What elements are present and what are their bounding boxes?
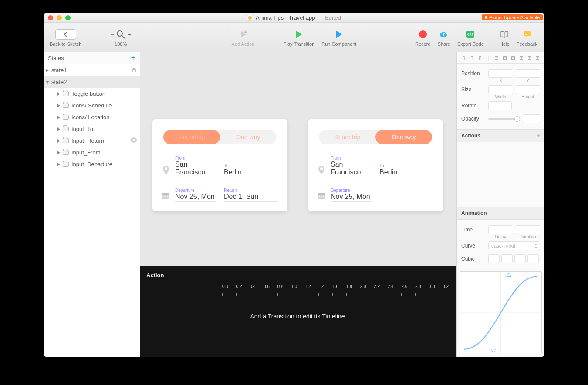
alignment-controls: ▯ ▯ ▯ | ⊟ ⊟ ⊟ ⊞ ⊞ ⊞ [457, 52, 544, 64]
departure-field[interactable]: Departure Nov 25, Mon [331, 188, 372, 202]
timeline-ruler[interactable]: 0.00.20.40.60.81.01.21.41.61.82.02.22.42… [222, 284, 456, 295]
rotate-input[interactable] [488, 101, 512, 110]
x-sublabel: X [488, 78, 513, 83]
folder-icon [63, 103, 69, 108]
state-row-state1[interactable]: state1 [44, 64, 140, 76]
from-field[interactable]: From San Francisco [175, 156, 216, 177]
disclosure-icon[interactable] [57, 151, 60, 154]
record-button[interactable]: Record [412, 28, 434, 47]
align-top-icon[interactable]: ⊟ [493, 55, 500, 61]
share-button[interactable]: Share [434, 28, 454, 47]
layer-row[interactable]: Icons/ Location [44, 111, 140, 123]
toggle-oneway[interactable]: One way [220, 130, 277, 144]
layer-row[interactable]: Input_To [44, 123, 140, 135]
disclosure-icon[interactable] [57, 104, 60, 107]
disclosure-icon[interactable] [46, 69, 49, 72]
animation-header-label: Animation [461, 210, 487, 216]
align-bottom-icon[interactable]: ⊟ [510, 55, 517, 61]
opacity-input[interactable] [523, 114, 540, 123]
state1-label: state1 [51, 67, 67, 74]
states-header: States + [44, 52, 140, 64]
align-center-h-icon[interactable]: ▯ [468, 55, 475, 61]
artboard-state1[interactable]: Roundtrip One way From San Francisco [152, 119, 287, 211]
departure-field[interactable]: Departure Nov 25, Mon [175, 188, 216, 202]
height-sublabel: Height [516, 94, 541, 99]
add-state-button[interactable]: + [131, 54, 135, 63]
toggle-oneway[interactable]: One way [375, 130, 432, 144]
chevron-updown-icon: ▴▾ [535, 242, 537, 249]
opacity-label: Opacity [461, 116, 486, 122]
tick: 1.0 [291, 284, 305, 295]
delay-sublabel: Delay [488, 234, 513, 239]
run-component-button[interactable]: Run Component [318, 28, 360, 47]
return-value: Dec 1, Sun [224, 193, 278, 201]
width-input[interactable] [488, 85, 513, 94]
calendar-icon [162, 192, 171, 201]
layer-row[interactable]: Input_Departure [44, 158, 140, 170]
to-field[interactable]: To Berlin [224, 164, 278, 177]
tick: 2.4 [388, 284, 402, 295]
disclosure-icon[interactable] [57, 139, 60, 143]
visibility-icon[interactable] [130, 137, 137, 144]
disclosure-icon[interactable] [57, 92, 60, 96]
folder-icon [63, 115, 69, 120]
play-transition-button[interactable]: Play Transition [280, 28, 318, 47]
slider-thumb[interactable] [514, 116, 520, 122]
state-row-state2[interactable]: state2 [44, 76, 140, 88]
distribute-v-icon[interactable]: ⊞ [526, 55, 533, 61]
position-y-input[interactable] [516, 69, 541, 78]
svg-rect-16 [318, 193, 325, 195]
animation-section-header: Animation [457, 207, 544, 220]
to-label: To [379, 164, 433, 168]
curve-select[interactable]: ease-in-out ▴▾ [488, 241, 540, 250]
toggle-roundtrip[interactable]: Roundtrip [319, 130, 375, 144]
height-input[interactable] [516, 85, 541, 94]
distribute-icon[interactable]: ⊞ [534, 55, 541, 61]
position-x-input[interactable] [488, 69, 513, 78]
plugin-update-badge[interactable]: Plugin Update Available [482, 14, 543, 20]
cubic-y2-input[interactable] [527, 254, 539, 263]
opacity-slider[interactable] [488, 118, 520, 120]
run-component-label: Run Component [321, 41, 356, 47]
toggle-roundtrip[interactable]: Roundtrip [163, 130, 220, 144]
home-icon[interactable] [131, 67, 137, 74]
layer-row[interactable]: Input_Return [44, 135, 140, 147]
cubic-x1-input[interactable] [488, 254, 500, 263]
layer-label: Input_Return [71, 137, 104, 144]
canvas[interactable]: Roundtrip One way From San Francisco [140, 52, 456, 266]
disclosure-icon[interactable] [57, 116, 60, 119]
edited-suffix: — Edited [318, 14, 341, 21]
layer-label: Input_To [71, 126, 93, 132]
svg-point-14 [320, 167, 323, 170]
return-field[interactable]: Return Dec 1, Sun [224, 188, 278, 202]
trip-toggle[interactable]: Roundtrip One way [163, 130, 277, 144]
help-button[interactable]: Help [496, 28, 513, 47]
duration-input[interactable] [516, 225, 541, 234]
disclosure-icon[interactable] [46, 81, 49, 84]
align-left-icon[interactable]: ▯ [460, 55, 467, 61]
export-code-button[interactable]: Export Code [454, 28, 487, 47]
disclosure-icon[interactable] [57, 163, 60, 166]
add-action-icon[interactable]: + [537, 133, 540, 139]
book-icon [500, 28, 509, 40]
align-right-icon[interactable]: ▯ [476, 55, 483, 61]
distribute-h-icon[interactable]: ⊞ [518, 55, 525, 61]
feedback-button[interactable]: Feedback [513, 28, 541, 47]
trip-toggle[interactable]: Roundtrip One way [319, 130, 432, 144]
from-field[interactable]: From San Francisco [331, 156, 372, 177]
disclosure-icon[interactable] [57, 127, 60, 131]
folder-icon [63, 150, 69, 155]
cubic-x2-input[interactable] [514, 254, 526, 263]
align-middle-icon[interactable]: ⊟ [501, 55, 508, 61]
tick: 0.4 [250, 284, 264, 295]
artboard-state2[interactable]: Roundtrip One way From San Francisco [308, 119, 443, 211]
curve-preview[interactable] [460, 271, 542, 354]
time-label: Time [461, 227, 486, 233]
layer-row[interactable]: Icons/ Schedule [44, 100, 140, 111]
cubic-y1-input[interactable] [501, 254, 513, 263]
layer-row[interactable]: Input_From [44, 147, 140, 158]
delay-input[interactable] [488, 225, 513, 234]
add-action-button[interactable]: Add Action [228, 28, 258, 47]
to-field[interactable]: To Berlin [379, 164, 433, 177]
layer-row[interactable]: Toggle button [44, 88, 140, 100]
